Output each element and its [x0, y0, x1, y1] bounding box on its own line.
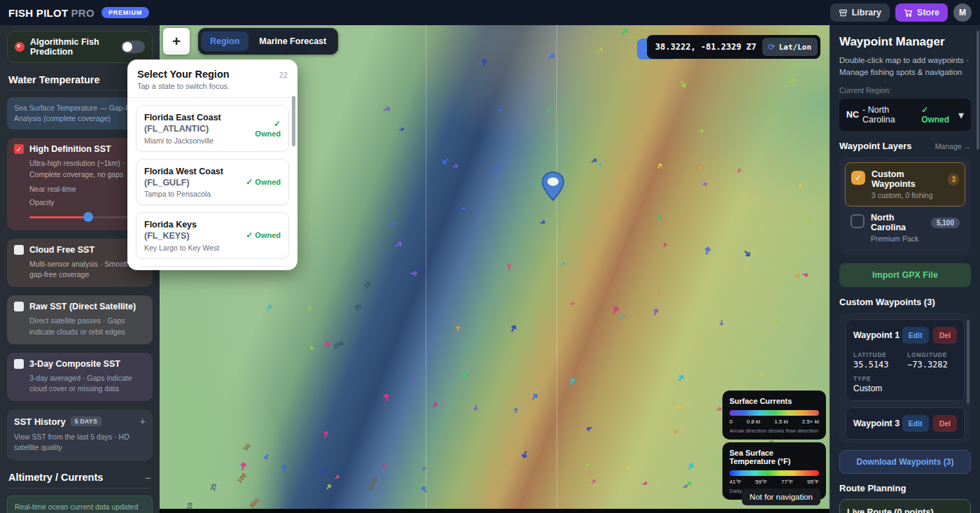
not-for-navigation-badge: Not for navigation [742, 489, 820, 505]
layer-row-north-carolina[interactable]: North Carolina 5,100 Premium Pack [845, 206, 965, 249]
check-icon: ✓ [274, 119, 281, 129]
collapse-icon[interactable]: − [145, 472, 151, 484]
import-gpx-button[interactable]: Import GPX File [839, 263, 971, 287]
layer-checkbox-checked[interactable]: ✓ [851, 171, 865, 185]
type-value: Custom [853, 384, 903, 393]
waypoint-card: Waypoint 1 Edit Del LATITUDE 35.5143 LON… [846, 319, 965, 401]
delete-waypoint-button[interactable]: Del [933, 327, 957, 344]
layer-checkbox-unchecked[interactable] [14, 302, 24, 311]
fish-prediction-card: Algorithmic Fish Prediction [7, 31, 153, 63]
altimetry-heading: Altimetry / Currents [8, 472, 103, 483]
region-dropdown: Select Your Region 22 Tap a state to swi… [127, 59, 298, 270]
download-waypoints-button[interactable]: Download Waypoints (3) [839, 450, 971, 474]
owned-badge: ✓ Owned [246, 230, 281, 240]
layer-checkbox-unchecked[interactable] [14, 245, 24, 255]
dropdown-title: Select Your Region [137, 69, 230, 80]
check-icon: ✓ [246, 177, 253, 187]
owned-badge: ✓ Owned [246, 177, 281, 187]
premium-badge: PREMIUM [102, 7, 149, 18]
fish-prediction-label: Algorithmic Fish Prediction [30, 37, 115, 57]
waypoint-manager-sidebar: Waypoint Manager Double-click map to add… [830, 25, 980, 513]
edit-waypoint-button[interactable]: Edit [902, 415, 929, 432]
surface-currents-legend: Surface Currents 0 0.8 kt 1.5 kt 2.5+ kt… [722, 391, 826, 440]
lure-icon [15, 42, 24, 52]
map-mode-tabs: Region Marine Forecast [198, 28, 338, 55]
sst-gradient [729, 470, 819, 476]
region-count: 22 [279, 71, 288, 79]
cursor-coordinates: 38.3222, -81.2329 Z7 [655, 42, 757, 52]
dropdown-scrollbar[interactable] [292, 96, 295, 146]
store-button[interactable]: Store [895, 3, 948, 22]
latitude-value: 35.5143 [853, 360, 903, 370]
fish-prediction-toggle[interactable] [121, 41, 145, 53]
cart-icon [904, 8, 913, 17]
owned-badge: ✓Owned [255, 119, 281, 138]
region-item-fl-gulf[interactable]: Florida West Coast (FL_GULF) Tampa to Pe… [136, 159, 289, 206]
waypoint-manager-title: Waypoint Manager [839, 35, 971, 49]
layer-checkbox-unchecked[interactable] [14, 359, 24, 369]
app-logo: FISH PILOTPRO [8, 7, 94, 19]
region-item-al-ms[interactable]: Alabama / Mississippi (AL_MS) AL & MS Gu… [136, 266, 289, 271]
currents-info-box: Real-time ocean current data updated dai… [7, 496, 153, 513]
history-days-badge: 5 DAYS [71, 416, 102, 426]
longitude-value: −73.3282 [907, 360, 957, 370]
count-badge: 5,100 [931, 218, 960, 228]
refresh-icon: ⟳ [769, 42, 776, 52]
region-item-fl-keys[interactable]: Florida Keys (FL_KEYS) Key Largo to Key … [136, 212, 289, 259]
region-item-fl-atlantic[interactable]: Florida East Coast (FL_ATLANTIC) Miami t… [136, 105, 289, 152]
layer-card-raw-sst: Raw SST (Direct Satellite) Direct satell… [7, 295, 153, 344]
layer-checkbox-checked[interactable]: ✓ [14, 144, 24, 154]
map-bottom-strip [160, 509, 830, 513]
waypoint-layers-panel: ✓ Custom Waypoints 3 3 custom, 0 fishing… [839, 157, 971, 255]
expand-icon[interactable]: + [140, 416, 146, 427]
waypoints-scrollbar[interactable] [967, 320, 969, 404]
water-temperature-heading: Water Temperature [8, 74, 100, 85]
count-badge: 3 [948, 174, 959, 185]
waypoint-card: Waypoint 3 Edit Del [846, 407, 965, 440]
check-icon: ✓ [246, 230, 253, 240]
coordinates-bar: 38.3222, -81.2329 Z7 ⟳ Lat/Lon [647, 35, 820, 59]
tab-marine-forecast[interactable]: Marine Forecast [250, 31, 335, 51]
waypoint-pin[interactable] [541, 171, 565, 202]
library-button[interactable]: Library [830, 3, 890, 22]
manage-link[interactable]: Manage → [935, 142, 971, 150]
layer-card-3day-composite-sst: 3-Day Composite SST 3-day averaged · Gap… [7, 353, 153, 401]
archive-icon [839, 8, 848, 17]
sidebar-scrollbar[interactable] [976, 31, 979, 150]
slider-knob[interactable] [83, 212, 93, 222]
tab-region[interactable]: Region [201, 31, 248, 51]
opacity-slider[interactable] [29, 212, 143, 222]
delete-waypoint-button[interactable]: Del [933, 415, 957, 432]
user-avatar[interactable]: M [953, 3, 972, 22]
latlon-toggle-button[interactable]: ⟳ Lat/Lon [762, 38, 818, 56]
chevron-down-icon: ▾ [958, 108, 964, 122]
edit-waypoint-button[interactable]: Edit [902, 327, 929, 344]
sst-history-card: SST History 5 DAYS + View SST from the l… [7, 409, 153, 460]
custom-waypoints-panel: Waypoint 1 Edit Del LATITUDE 35.5143 LON… [839, 313, 971, 443]
currents-gradient [729, 410, 819, 416]
layer-row-custom-waypoints[interactable]: ✓ Custom Waypoints 3 3 custom, 0 fishing [845, 162, 965, 206]
zoom-in-button[interactable]: + [163, 28, 190, 55]
current-region-select[interactable]: NC - North Carolina ✓ Owned ▾ [839, 99, 971, 131]
route-planning-panel: Live Route (0 points) START Routing (0 p… [839, 499, 971, 513]
layer-checkbox-unchecked[interactable] [850, 214, 864, 228]
divider [8, 488, 151, 489]
top-navbar: FISH PILOTPRO PREMIUM Library Store M [0, 0, 980, 25]
